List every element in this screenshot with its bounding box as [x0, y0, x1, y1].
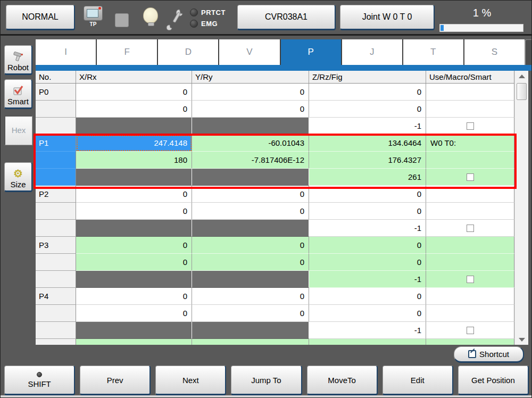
cell-y[interactable]: 0 — [192, 186, 309, 203]
point-label[interactable]: P0 — [36, 84, 76, 101]
cell-rz[interactable]: 176.4327 — [309, 152, 426, 169]
cell-rz[interactable]: 0 — [309, 254, 426, 271]
cell-y[interactable]: 0 — [192, 84, 309, 101]
cell-rz[interactable]: 0 — [309, 101, 426, 118]
cell-y[interactable]: 0 — [192, 288, 309, 305]
point-label-spacer[interactable] — [36, 254, 76, 271]
cell-x[interactable]: 0 — [76, 186, 192, 203]
cell-use[interactable] — [426, 84, 514, 101]
prev-button[interactable]: Prev — [80, 366, 151, 395]
tab-t[interactable]: T — [403, 39, 464, 65]
cell-x[interactable]: 0 — [76, 288, 192, 305]
cell-fig[interactable]: 261 — [309, 169, 426, 186]
cell-z[interactable]: 0 — [309, 237, 426, 254]
sidebar-button-smart[interactable]: Smart — [4, 79, 32, 109]
point-label-spacer[interactable] — [36, 101, 76, 118]
cell-ry[interactable]: -7.817406E-12 — [192, 152, 309, 169]
button-label: SHIFT — [28, 379, 51, 388]
point-label[interactable]: P3 — [36, 237, 76, 254]
cell-ry[interactable]: 0 — [192, 203, 309, 220]
cell-use-spacer[interactable] — [426, 254, 514, 271]
point-label-spacer[interactable] — [36, 152, 76, 169]
cell-rx[interactable]: 0 — [76, 101, 192, 118]
cell-x[interactable]: 0 — [76, 84, 192, 101]
cell-ry[interactable]: 0 — [192, 305, 309, 322]
shortcut-button[interactable]: Shortcut — [454, 346, 524, 363]
cell-use-spacer[interactable] — [426, 305, 514, 322]
point-label[interactable]: P2 — [36, 186, 76, 203]
cell-z[interactable]: 0 — [309, 186, 426, 203]
cell-use[interactable] — [426, 186, 514, 203]
use-checkbox[interactable] — [467, 225, 474, 232]
cell-z[interactable]: 0 — [309, 84, 426, 101]
use-checkbox[interactable] — [467, 327, 474, 334]
cell-fig[interactable]: -1 — [309, 271, 426, 288]
scrollbar-thumb[interactable] — [517, 83, 527, 100]
cell-y[interactable]: -60.01043 — [192, 135, 309, 152]
tab-j[interactable]: J — [342, 39, 403, 65]
emg-label: EMG — [201, 20, 218, 28]
cell-rz[interactable]: 0 — [309, 305, 426, 322]
mode-button[interactable]: NORMAL — [6, 5, 75, 30]
cell-use[interactable] — [426, 288, 514, 305]
point-label-spacer[interactable] — [36, 169, 76, 186]
cell-z[interactable]: 134.6464 — [309, 135, 426, 152]
cell-use[interactable]: W0 T0: — [426, 135, 514, 152]
cell-x[interactable]: 247.4148 — [76, 135, 192, 152]
table-scrollbar[interactable] — [514, 71, 528, 345]
moveto-button[interactable]: MoveTo — [307, 366, 378, 395]
point-label-spacer[interactable] — [36, 118, 76, 135]
point-label-spacer[interactable] — [36, 220, 76, 237]
tab-i[interactable]: I — [36, 39, 97, 65]
cell-use-spacer[interactable] — [426, 152, 514, 169]
joint-mode-button[interactable]: Joint W 0 T 0 — [340, 5, 435, 30]
cell-z[interactable]: 0 — [309, 288, 426, 305]
cell-fig[interactable]: -1 — [309, 322, 426, 339]
tab-p[interactable]: P — [281, 39, 342, 65]
point-label[interactable]: P1 — [36, 135, 76, 152]
cell-use[interactable] — [426, 339, 514, 345]
tab-s[interactable]: S — [464, 39, 525, 65]
use-checkbox[interactable] — [467, 173, 474, 181]
cell-ry[interactable]: 0 — [192, 101, 309, 118]
cell-fig[interactable]: -1 — [309, 220, 426, 237]
cell-rx[interactable]: 0 — [76, 203, 192, 220]
cell-use-spacer[interactable] — [426, 101, 514, 118]
cell-rx[interactable]: 0 — [76, 254, 192, 271]
cell-y[interactable]: 0 — [192, 339, 309, 345]
sidebar-button-hex[interactable]: Hex — [4, 115, 32, 145]
next-button[interactable]: Next — [155, 366, 226, 395]
cell-ry[interactable]: 0 — [192, 254, 309, 271]
scroll-up-button[interactable] — [515, 71, 529, 81]
point-label-spacer[interactable] — [36, 322, 76, 339]
cell-rx[interactable]: 0 — [76, 305, 192, 322]
cell-z[interactable]: 0 — [309, 339, 426, 345]
point-label[interactable]: P5 — [36, 339, 76, 345]
cell-use[interactable] — [426, 237, 514, 254]
tab-v[interactable]: V — [219, 39, 280, 65]
edit-button[interactable]: Edit — [383, 366, 453, 395]
sidebar-button-robot[interactable]: Robot — [4, 45, 32, 75]
cell-fig[interactable]: -1 — [309, 118, 426, 135]
point-label-spacer[interactable] — [36, 203, 76, 220]
sidebar-button-size[interactable]: ⚙Size — [4, 162, 32, 192]
shift-button[interactable]: SHIFT — [4, 366, 75, 395]
cell-rx[interactable]: 180 — [76, 152, 192, 169]
cell-y[interactable]: 0 — [192, 237, 309, 254]
point-label-spacer[interactable] — [36, 305, 76, 322]
cell-use-checkbox — [426, 271, 514, 288]
get-position-button[interactable]: Get Position — [458, 366, 529, 395]
scroll-down-button[interactable] — [515, 334, 529, 345]
program-name-button[interactable]: CVR038A1 — [237, 5, 336, 30]
tab-d[interactable]: D — [158, 39, 219, 65]
cell-x[interactable]: 0 — [76, 339, 192, 345]
use-checkbox[interactable] — [467, 276, 474, 283]
point-label[interactable]: P4 — [36, 288, 76, 305]
jump-to-button[interactable]: Jump To — [231, 366, 302, 395]
use-checkbox[interactable] — [467, 122, 474, 130]
cell-x[interactable]: 0 — [76, 237, 192, 254]
tab-f[interactable]: F — [97, 39, 158, 65]
point-label-spacer[interactable] — [36, 271, 76, 288]
cell-rz[interactable]: 0 — [309, 203, 426, 220]
cell-use-spacer[interactable] — [426, 203, 514, 220]
